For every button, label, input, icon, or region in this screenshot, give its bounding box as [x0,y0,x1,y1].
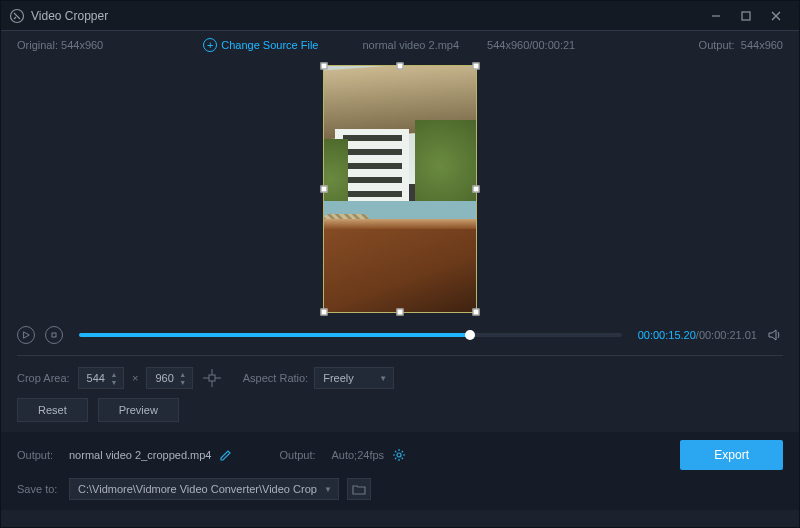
preview-button[interactable]: Preview [98,398,179,422]
svg-point-12 [397,453,401,457]
preview-label: Preview [119,404,158,416]
change-source-button[interactable]: + Change Source File [203,38,318,52]
output-format-label: Output: [279,449,323,461]
width-up[interactable]: ▲ [109,370,119,378]
app-icon [9,8,25,24]
plus-icon: + [203,38,217,52]
svg-rect-2 [742,12,750,20]
save-path-select[interactable]: C:\Vidmore\Vidmore Video Converter\Video… [69,478,339,500]
crop-handle-bl[interactable] [321,309,328,316]
save-to-row: Save to: C:\Vidmore\Vidmore Video Conver… [17,478,783,500]
output-dims-value: 544x960 [741,39,783,51]
crop-handle-br[interactable] [473,309,480,316]
output-panel: Output: normal video 2_cropped.mp4 Outpu… [1,432,799,510]
height-up[interactable]: ▲ [178,370,188,378]
timeline-slider[interactable] [79,333,622,337]
time-total: 00:00:21.01 [699,329,757,341]
crop-settings-row: Crop Area: 544 ▲▼ × 960 ▲▼ Aspect Ratio:… [1,360,799,396]
reset-label: Reset [38,404,67,416]
crop-area-label: Crop Area: [17,372,70,384]
output-format-value: Auto;24fps [331,449,384,461]
crop-width-value: 544 [87,372,105,384]
crop-box[interactable] [323,65,477,313]
svg-rect-11 [209,375,215,381]
divider [17,355,783,356]
dims-time-text: 544x960/00:00:21 [487,39,575,51]
reset-button[interactable]: Reset [17,398,88,422]
edit-name-button[interactable] [219,448,233,462]
aspect-ratio-label: Aspect Ratio: [243,372,308,384]
svg-rect-6 [52,333,56,337]
times-symbol: × [132,372,138,384]
output-settings-button[interactable] [392,448,406,462]
width-down[interactable]: ▼ [109,378,119,386]
crop-handle-mr[interactable] [473,186,480,193]
output-dims-label: Output: [699,39,735,51]
volume-icon[interactable] [767,327,783,343]
output-name-row: Output: normal video 2_cropped.mp4 Outpu… [17,440,783,470]
output-name-label: Output: [17,449,61,461]
close-button[interactable] [761,1,791,31]
crop-width-input[interactable]: 544 ▲▼ [78,367,124,389]
playback-bar: 00:00:15.20/00:00:21.01 [1,319,799,351]
center-crop-button[interactable] [201,367,223,389]
crop-handle-bm[interactable] [397,309,404,316]
timeline-progress [79,333,470,337]
crop-handle-tm[interactable] [397,63,404,70]
height-down[interactable]: ▼ [178,378,188,386]
export-label: Export [714,448,749,462]
save-to-label: Save to: [17,483,61,495]
maximize-button[interactable] [731,1,761,31]
open-folder-button[interactable] [347,478,371,500]
timeline-knob[interactable] [465,330,475,340]
app-window: Video Cropper Original: 544x960 + Change… [0,0,800,528]
save-path-value: C:\Vidmore\Vidmore Video Converter\Video… [78,483,317,495]
minimize-button[interactable] [701,1,731,31]
play-button[interactable] [17,326,35,344]
titlebar: Video Cropper [1,1,799,31]
crop-handle-ml[interactable] [321,186,328,193]
info-bar: Original: 544x960 + Change Source File n… [1,31,799,59]
svg-marker-5 [24,332,30,338]
crop-handle-tl[interactable] [321,63,328,70]
crop-height-value: 960 [155,372,173,384]
output-filename: normal video 2_cropped.mp4 [69,449,211,461]
original-label: Original: [17,39,58,51]
time-current: 00:00:15.20 [638,329,696,341]
crop-height-input[interactable]: 960 ▲▼ [146,367,192,389]
timecode: 00:00:15.20/00:00:21.01 [638,329,757,341]
stop-button[interactable] [45,326,63,344]
aspect-ratio-value: Freely [323,372,354,384]
app-title: Video Cropper [31,9,108,23]
preview-area [1,59,799,319]
change-source-label: Change Source File [221,39,318,51]
original-dims: 544x960 [61,39,103,51]
crop-handle-tr[interactable] [473,63,480,70]
export-button[interactable]: Export [680,440,783,470]
filename-text: normal video 2.mp4 [362,39,459,51]
action-buttons-row: Reset Preview [1,396,799,432]
aspect-ratio-select[interactable]: Freely [314,367,394,389]
video-frame[interactable] [323,65,477,313]
